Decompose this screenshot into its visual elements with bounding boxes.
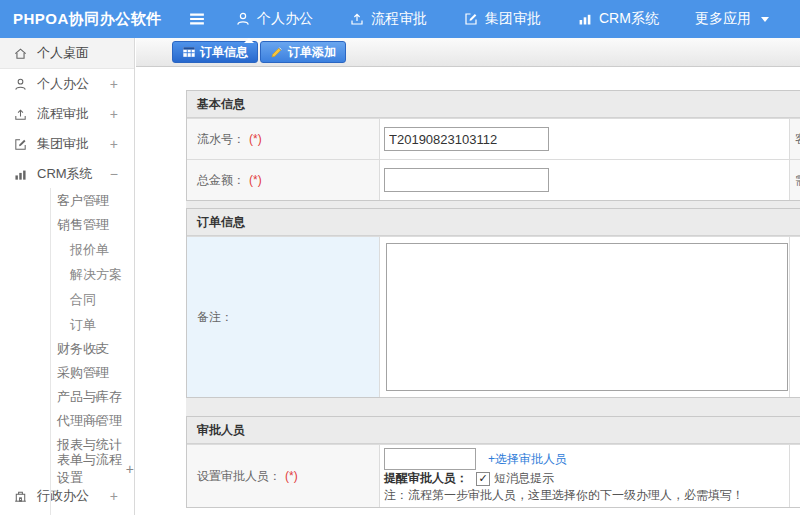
edit-icon — [13, 137, 28, 152]
expand-icon[interactable]: + — [110, 76, 118, 92]
user-icon — [13, 77, 28, 92]
field-label: 流水号： (*) — [187, 119, 379, 159]
sidebar-item-label: 采购管理 — [57, 364, 109, 382]
remarks-textarea[interactable] — [386, 243, 788, 391]
sidebar-item-label: 流程审批 — [37, 105, 89, 123]
empty-cell — [789, 445, 800, 507]
approval-note: 注：流程第一步审批人员，这里选择你的下一级办理人，必需填写！ — [384, 487, 744, 504]
section-divider — [186, 398, 800, 416]
app-window: PHPOA协同办公软件 个人办公 流程审批 集团审批 CRM系统 更多应用 — [0, 0, 800, 515]
home-icon — [13, 46, 28, 61]
sidebar-item-label: 销售管理 — [57, 216, 109, 234]
topbar: PHPOA协同办公软件 个人办公 流程审批 集团审批 CRM系统 更多应用 — [0, 0, 800, 38]
empty-cell — [789, 237, 800, 397]
field-cell — [379, 160, 789, 200]
sidebar-item-quotation[interactable]: 报价单 — [0, 237, 134, 262]
sidebar-item-customer-mgmt[interactable]: 客户管理 + — [0, 189, 134, 213]
nav-label: 更多应用 — [695, 10, 751, 28]
office-building-icon — [13, 489, 28, 504]
edit-add-icon — [270, 45, 284, 59]
sms-option-label: 短消息提示 — [494, 470, 554, 487]
sidebar-item-label: 合同 — [70, 291, 96, 309]
nav-label: 个人办公 — [257, 10, 313, 28]
expand-icon[interactable]: + — [93, 413, 101, 429]
sidebar-item-agent-mgmt[interactable]: 代理商管理 + — [0, 409, 134, 433]
expand-icon[interactable]: + — [110, 106, 118, 122]
sidebar-item-finance[interactable]: 财务收支 + — [0, 337, 134, 361]
tab-order-add[interactable]: 订单添加 — [260, 41, 346, 63]
total-amount-input[interactable] — [384, 168, 549, 192]
user-icon — [235, 11, 251, 27]
sidebar-item-form-flow-settings[interactable]: 表单与流程设置 + — [0, 457, 134, 481]
label-text: 流水号： — [197, 131, 245, 148]
required-mark: (*) — [285, 469, 298, 483]
sidebar-item-solution[interactable]: 解决方案 — [0, 262, 134, 287]
sidebar-item-admin-office[interactable]: 行政办公 + — [0, 481, 134, 511]
collapse-icon[interactable]: − — [110, 166, 118, 182]
sidebar-item-group-approval[interactable]: 集团审批 + — [0, 129, 134, 159]
form-row-serial-number: 流水号： (*) 客 — [187, 118, 800, 159]
tab-order-info[interactable]: 订单信息 — [172, 41, 258, 63]
edit-icon — [463, 11, 479, 27]
field-cell — [379, 119, 789, 159]
select-approver-link[interactable]: +选择审批人员 — [488, 451, 567, 468]
workflow-icon — [349, 11, 365, 27]
required-mark: (*) — [249, 173, 262, 187]
expand-icon[interactable]: + — [93, 365, 101, 381]
nav-personal-office[interactable]: 个人办公 — [235, 10, 313, 28]
expand-icon[interactable]: + — [93, 193, 101, 209]
field-label: 总金额： (*) — [187, 160, 379, 200]
main-content: 订单信息 订单添加 基本信息 流水号： (*) — [136, 38, 800, 515]
expand-icon[interactable]: + — [93, 389, 101, 405]
section-divider — [186, 201, 800, 208]
collapse-icon[interactable]: − — [93, 217, 101, 233]
expand-icon[interactable]: + — [93, 341, 101, 357]
form-row-approver: 设置审批人员： (*) +选择审批人员 提醒审批人员： ✓ 短消息提 — [187, 444, 800, 507]
nav-process-approval[interactable]: 流程审批 — [349, 10, 427, 28]
expand-icon[interactable]: + — [126, 461, 134, 477]
bar-chart-icon — [13, 167, 28, 182]
section-order-info: 订单信息 备注： — [186, 208, 800, 398]
form-row-remarks: 备注： — [187, 236, 800, 397]
sidebar-item-label: 产品与库存 — [57, 388, 122, 406]
hamburger-menu-icon[interactable] — [187, 9, 207, 29]
sidebar-item-personal-office[interactable]: 个人办公 + — [0, 69, 134, 99]
sidebar-item-order[interactable]: 订单 — [0, 312, 134, 337]
sidebar-item-contract[interactable]: 合同 — [0, 287, 134, 312]
sidebar-item-purchasing[interactable]: 采购管理 + — [0, 361, 134, 385]
nav-crm-system[interactable]: CRM系统 — [577, 10, 659, 28]
clipped-next-column-label: 需 — [789, 160, 800, 200]
caret-down-icon — [761, 17, 769, 22]
sidebar-item-label: 行政办公 — [37, 487, 89, 505]
tab-strip: 订单信息 订单添加 — [136, 38, 800, 67]
nav-more-apps[interactable]: 更多应用 — [695, 10, 769, 28]
sidebar-item-crm-system[interactable]: CRM系统 − — [0, 159, 134, 189]
sidebar-item-sales-mgmt[interactable]: 销售管理 − — [0, 213, 134, 237]
sidebar-item-process-approval[interactable]: 流程审批 + — [0, 99, 134, 129]
submenu-guide-line — [50, 188, 51, 515]
nav-group-approval[interactable]: 集团审批 — [463, 10, 541, 28]
app-logo: PHPOA协同办公软件 — [0, 10, 181, 29]
label-text: 备注： — [197, 309, 233, 326]
sidebar-item-label: 解决方案 — [70, 266, 122, 284]
sidebar-item-personal-desktop[interactable]: 个人桌面 — [0, 38, 134, 69]
nav-label: CRM系统 — [599, 10, 659, 28]
bar-chart-icon — [577, 11, 593, 27]
field-label: 备注： — [187, 237, 379, 397]
serial-number-input[interactable] — [384, 127, 549, 151]
tab-label: 订单添加 — [288, 44, 336, 61]
expand-icon[interactable]: + — [110, 136, 118, 152]
approver-input[interactable] — [384, 448, 476, 470]
label-text: 设置审批人员： — [197, 468, 281, 485]
remind-label: 提醒审批人员： — [384, 470, 468, 487]
active-tab-notch — [244, 38, 254, 43]
expand-icon[interactable]: + — [110, 488, 118, 504]
field-cell: +选择审批人员 提醒审批人员： ✓ 短消息提示 注：流程第一步审批人员，这里选择… — [379, 445, 789, 507]
section-approval-people: 审批人员 设置审批人员： (*) +选择审批人员 提醒审 — [186, 416, 800, 508]
label-text: 客 — [795, 131, 800, 148]
sidebar-item-product-inventory[interactable]: 产品与库存 + — [0, 385, 134, 409]
checkbox-checked-icon[interactable]: ✓ — [476, 472, 490, 486]
nav-label: 集团审批 — [485, 10, 541, 28]
section-title: 基本信息 — [187, 91, 800, 118]
section-title: 订单信息 — [187, 209, 800, 236]
